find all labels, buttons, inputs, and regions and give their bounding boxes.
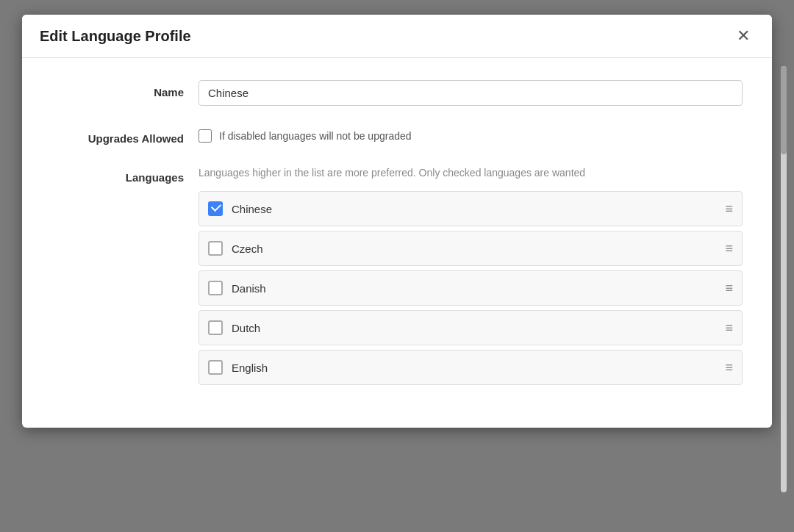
modal-dialog: Edit Language Profile ✕ Name Upgrades Al… xyxy=(22,15,772,428)
upgrades-label: Upgrades Allowed xyxy=(51,126,198,145)
modal-body: Name Upgrades Allowed If disabled langua… xyxy=(22,58,772,428)
language-list: Chinese ≡ Czech ≡ Danish ≡ xyxy=(198,191,743,385)
scrollbar-thumb[interactable] xyxy=(781,66,787,154)
language-checkbox-english[interactable] xyxy=(208,360,223,375)
upgrades-checkbox[interactable] xyxy=(198,129,212,143)
languages-label: Languages xyxy=(51,165,198,184)
name-label: Name xyxy=(51,80,198,98)
scrollbar-track xyxy=(781,66,787,492)
language-item-danish: Danish ≡ xyxy=(198,270,743,306)
language-name-czech: Czech xyxy=(232,242,725,255)
name-input[interactable] xyxy=(198,80,743,106)
language-checkbox-chinese[interactable] xyxy=(208,201,223,216)
name-field-container xyxy=(198,80,743,106)
language-name-chinese: Chinese xyxy=(232,203,725,215)
language-item-czech: Czech ≡ xyxy=(198,231,743,266)
language-checkbox-czech[interactable] xyxy=(208,241,223,256)
close-button[interactable]: ✕ xyxy=(732,26,754,46)
languages-field-container: Languages higher in the list are more pr… xyxy=(198,165,743,385)
language-name-dutch: Dutch xyxy=(232,322,725,334)
upgrades-field-container: If disabled languages will not be upgrad… xyxy=(198,126,743,143)
modal-header: Edit Language Profile ✕ xyxy=(22,15,772,58)
languages-row: Languages Languages higher in the list a… xyxy=(51,165,743,385)
upgrades-checkbox-row: If disabled languages will not be upgrad… xyxy=(198,126,743,143)
language-checkbox-danish[interactable] xyxy=(208,281,223,295)
language-name-danish: Danish xyxy=(232,282,725,295)
language-name-english: English xyxy=(232,362,725,374)
languages-description: Languages higher in the list are more pr… xyxy=(198,165,743,181)
drag-handle-english[interactable]: ≡ xyxy=(725,361,733,374)
drag-handle-chinese[interactable]: ≡ xyxy=(725,202,733,215)
name-row: Name xyxy=(51,80,743,106)
language-item-chinese: Chinese ≡ xyxy=(198,191,743,226)
modal-title: Edit Language Profile xyxy=(40,28,191,45)
drag-handle-czech[interactable]: ≡ xyxy=(725,242,733,255)
upgrades-row: Upgrades Allowed If disabled languages w… xyxy=(51,126,743,145)
language-checkbox-dutch[interactable] xyxy=(208,320,223,335)
drag-handle-danish[interactable]: ≡ xyxy=(725,281,733,295)
upgrades-hint: If disabled languages will not be upgrad… xyxy=(219,130,412,142)
overlay: Edit Language Profile ✕ Name Upgrades Al… xyxy=(0,0,794,532)
drag-handle-dutch[interactable]: ≡ xyxy=(725,321,733,334)
language-item-dutch: Dutch ≡ xyxy=(198,310,743,345)
language-item-english: English ≡ xyxy=(198,350,743,385)
